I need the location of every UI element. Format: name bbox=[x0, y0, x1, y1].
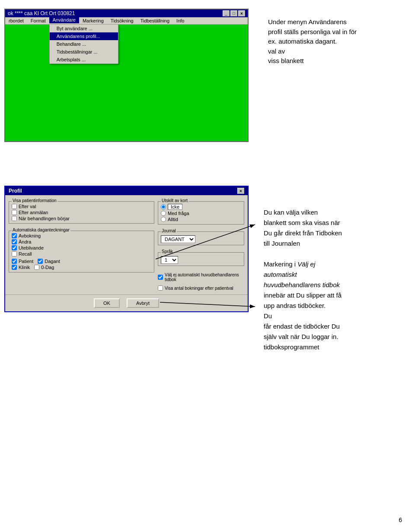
radio-icke[interactable] bbox=[161, 204, 166, 209]
menu-anvandare-container: Användare Byt användare ... Användarens … bbox=[49, 17, 79, 24]
bottom-cb-1[interactable] bbox=[158, 285, 163, 291]
text-block-top: Under menyn Användarens profil ställs pe… bbox=[268, 17, 402, 66]
visa-label-1: Efter anmälan bbox=[19, 210, 48, 215]
auto-r2-check-1[interactable] bbox=[38, 259, 43, 264]
radio-item-0: Icke bbox=[161, 203, 241, 210]
dropdown-item-3[interactable]: Tidsbeställningar ... bbox=[50, 48, 118, 56]
auto-r2-label-1: Dagant bbox=[45, 259, 60, 264]
top-text-line4: val av bbox=[268, 47, 402, 57]
dropdown-item-2[interactable]: Behandlare ... bbox=[50, 40, 118, 48]
bottom-text-4: till Journalen bbox=[264, 238, 406, 249]
dialog-right: Utskilt av kort Icke Med fråga Alltid bbox=[158, 199, 244, 291]
visa-item-0: Efter val bbox=[12, 203, 151, 209]
auto-r3-label-0: Klinik bbox=[19, 265, 30, 270]
menu-tidbestallning[interactable]: Tidbeställning bbox=[137, 17, 173, 24]
auto-r2-item-1: Dagant bbox=[38, 258, 60, 264]
bottom-text-markering: Markering i Välj ej bbox=[264, 259, 406, 269]
top-text-line3: ex. automatiska dagant. bbox=[268, 37, 402, 47]
menu-anvandare[interactable]: Användare bbox=[49, 16, 79, 23]
dialog-container: Profil × Visa patientinformation Efter v… bbox=[4, 186, 249, 312]
sprak-select[interactable]: 1 bbox=[161, 256, 178, 264]
menu-markering[interactable]: Markering bbox=[79, 17, 107, 24]
dialog-title: Profil bbox=[9, 188, 22, 194]
auto-check-1[interactable] bbox=[12, 239, 17, 244]
radio-item-2: Alltid bbox=[161, 216, 241, 222]
automatiska-section: Automatiska daganteckningar Avbokning Än… bbox=[9, 231, 154, 272]
dropdown-item-1[interactable]: Användarens profil... bbox=[50, 32, 118, 40]
dialog-titlebar: Profil × bbox=[5, 187, 248, 195]
bottom-text-2: blankett som ska visas när bbox=[264, 218, 406, 228]
visa-patientinfo-label: Visa patientinformation bbox=[12, 198, 57, 203]
dialog-close-btn[interactable]: × bbox=[237, 188, 244, 194]
close-btn[interactable]: × bbox=[238, 10, 245, 16]
auto-r2-item-0: Patient bbox=[12, 258, 33, 264]
auto-item-1: Ändra bbox=[12, 239, 151, 245]
auto-label-0: Avbokning bbox=[19, 233, 41, 238]
auto-check-2[interactable] bbox=[12, 245, 17, 250]
menu-bordet[interactable]: rbordet bbox=[5, 17, 27, 24]
auto-label-2: Uteblivande bbox=[19, 245, 44, 250]
auto-item-3: Recall bbox=[12, 251, 151, 257]
radio-alltid-label: Alltid bbox=[168, 217, 178, 222]
page-number: 6 bbox=[399, 516, 402, 523]
sprak-section: Språk 1 bbox=[158, 252, 244, 266]
bottom-italic-3: huvudbehandlarens tidbok bbox=[264, 280, 406, 290]
bottom-check-0: Välj ej automatiskt huvudbehandlarens ti… bbox=[158, 272, 244, 282]
top-text-line1: Under menyn Användarens bbox=[268, 17, 402, 27]
journal-section-label: Journal bbox=[161, 228, 177, 233]
auto-r3-check-1[interactable] bbox=[34, 265, 39, 270]
bottom-cb-label-0: Välj ej automatiskt huvudbehandlarens ti… bbox=[165, 272, 244, 282]
auto-label-3: Recall bbox=[19, 251, 32, 256]
top-window: ok **** caa KI Ort Ort 030821 _ □ × rbor… bbox=[4, 9, 249, 142]
auto-r2-label-0: Patient bbox=[19, 259, 33, 264]
journal-dropdown-row: DAGANT bbox=[161, 235, 241, 243]
auto-check-0[interactable] bbox=[12, 233, 17, 238]
bottom-text-11: själv valt när Du loggar in. bbox=[264, 332, 406, 342]
dropdown-item-0[interactable]: Byt användare ... bbox=[50, 25, 118, 32]
top-text-line5: viss blankett bbox=[268, 56, 402, 66]
bottom-text-8: upp andras tidböcker. bbox=[264, 301, 406, 311]
window-title: ok **** caa KI Ort Ort 030821 bbox=[8, 10, 75, 16]
bottom-italic-2: automatiskt bbox=[264, 269, 406, 280]
anvandare-dropdown: Byt användare ... Användarens profil... … bbox=[49, 24, 118, 64]
menu-format[interactable]: Format bbox=[27, 17, 49, 24]
auto-r3-check-0[interactable] bbox=[12, 265, 17, 270]
visa-patientinfo-section: Visa patientinformation Efter val Efter … bbox=[9, 201, 154, 224]
visa-label-0: Efter val bbox=[19, 204, 36, 209]
minimize-btn[interactable]: _ bbox=[223, 10, 230, 16]
menu-info[interactable]: Info bbox=[173, 17, 188, 24]
journal-select[interactable]: DAGANT bbox=[161, 235, 195, 243]
auto-check-3[interactable] bbox=[12, 251, 17, 256]
radio-med-fraga-label: Med fråga bbox=[168, 211, 189, 216]
auto-r3-label-1: 0-Dag bbox=[41, 265, 54, 270]
text-block-bottom: Du kan välja vilken blankett som ska vis… bbox=[264, 207, 406, 352]
italic-text-1: Välj ej bbox=[297, 260, 315, 268]
bottom-cb-label-1: Visa antal bokningar efter patientval bbox=[165, 286, 233, 291]
dialog-left: Visa patientinformation Efter val Efter … bbox=[9, 199, 154, 291]
auto-row2: Patient Dagant bbox=[12, 258, 151, 264]
dialog-box: Profil × Visa patientinformation Efter v… bbox=[4, 186, 249, 312]
radio-med-fraga[interactable] bbox=[161, 211, 166, 216]
dialog-footer: OK Avbryt bbox=[5, 294, 248, 311]
green-content-area bbox=[5, 25, 248, 141]
radio-alltid[interactable] bbox=[161, 217, 166, 222]
bottom-cb-0[interactable] bbox=[158, 275, 163, 280]
visa-item-2: När behandlingen börjar bbox=[12, 215, 151, 222]
titlebar: ok **** caa KI Ort Ort 030821 _ □ × bbox=[5, 10, 248, 17]
maximize-btn[interactable]: □ bbox=[230, 10, 237, 16]
cancel-button[interactable]: Avbryt bbox=[127, 298, 159, 308]
ok-button[interactable]: OK bbox=[94, 298, 120, 308]
journal-section: Journal DAGANT bbox=[158, 231, 244, 245]
visa-check-0[interactable] bbox=[12, 204, 17, 209]
top-text-line2: profil ställs personliga val in för bbox=[268, 27, 402, 37]
visa-check-2[interactable] bbox=[12, 216, 17, 221]
auto-item-2: Uteblivande bbox=[12, 245, 151, 251]
visa-item-1: Efter anmälan bbox=[12, 209, 151, 215]
menu-tidsokning[interactable]: Tidsökning bbox=[107, 17, 137, 24]
dropdown-item-4[interactable]: Arbetsplats ... bbox=[50, 56, 118, 63]
visa-check-1[interactable] bbox=[12, 210, 17, 215]
auto-r2-check-0[interactable] bbox=[12, 259, 17, 264]
menubar: rbordet Format Användare Byt användare .… bbox=[5, 17, 248, 25]
bottom-text-7: innebär att Du slipper att få bbox=[264, 290, 406, 301]
dialog-body: Visa patientinformation Efter val Efter … bbox=[5, 195, 248, 294]
